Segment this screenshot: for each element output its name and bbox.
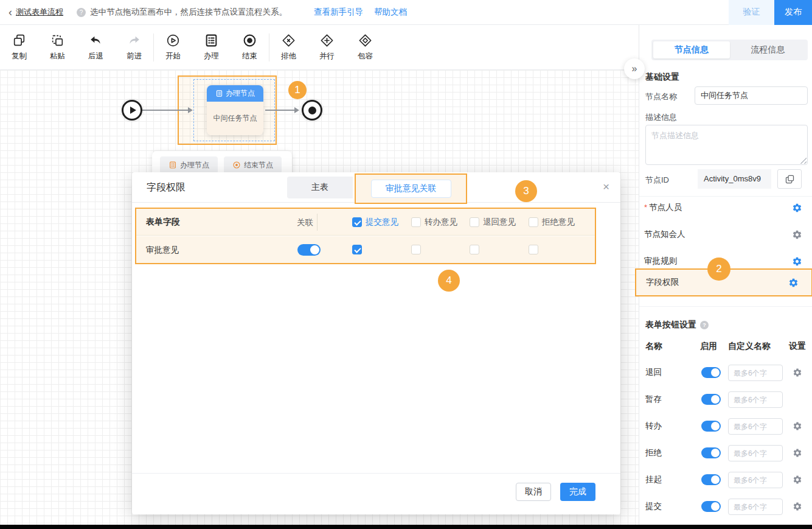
button-row-submit: 提交 <box>645 494 806 519</box>
modal-header: 字段权限 主表 审批意见关联 3 × <box>132 172 620 203</box>
ok-button[interactable]: 完成 <box>560 483 595 501</box>
enable-toggle[interactable] <box>701 421 721 432</box>
tab-approval-opinion-link[interactable]: 审批意见关联 <box>371 180 451 198</box>
col-form-field: 表单字段 <box>146 217 180 228</box>
exclusive-gateway-icon <box>281 33 296 48</box>
annotation-box-permission-table: 表单字段 关联 提交意见 转办意见 退回意见 拒绝意见 <box>135 208 596 264</box>
toolbar-paste-button[interactable]: 粘贴 <box>38 33 77 61</box>
close-icon[interactable]: × <box>603 180 609 194</box>
end-event-icon <box>232 161 241 169</box>
gear-icon[interactable] <box>792 229 802 240</box>
gear-icon[interactable] <box>792 256 802 267</box>
form-buttons-heading: 表单按钮设置? <box>645 320 709 331</box>
node-name-input[interactable] <box>695 86 808 105</box>
gear-icon[interactable] <box>793 368 802 377</box>
arrowhead-icon <box>294 107 299 113</box>
gear-icon[interactable] <box>793 475 802 485</box>
start-node[interactable] <box>122 100 142 121</box>
arrowhead-icon <box>188 107 193 113</box>
checkbox[interactable] <box>529 217 538 227</box>
toolbar-end-node-button[interactable]: 结束 <box>231 33 269 61</box>
toolbar-undo-button[interactable]: 后退 <box>77 33 115 61</box>
col-settings: 设置 <box>789 341 806 352</box>
chip-task-node[interactable]: 办理节点 <box>160 156 218 173</box>
publish-button[interactable]: 发布 <box>774 0 812 25</box>
toolbar-parallel-gateway-button[interactable]: 并行 <box>308 33 346 61</box>
validate-button[interactable]: 验证 <box>729 0 774 25</box>
permission-table-header: 表单字段 关联 提交意见 转办意见 退回意见 拒绝意见 <box>136 209 595 236</box>
custom-name-input[interactable] <box>728 499 783 515</box>
tab-flow-info[interactable]: 流程信息 <box>730 41 807 58</box>
section-node-assignee[interactable]: *节点人员 <box>644 198 802 217</box>
enable-toggle[interactable] <box>701 501 721 512</box>
checkbox[interactable] <box>411 217 421 227</box>
toolbar-copy-button[interactable]: 复制 <box>0 33 38 61</box>
copy-icon <box>785 174 795 184</box>
toolbar-label: 办理 <box>204 51 219 61</box>
copy-node-id-button[interactable] <box>777 169 802 189</box>
toolbar-redo-button[interactable]: 前进 <box>115 33 153 61</box>
tab-main-table[interactable]: 主表 <box>287 177 353 198</box>
enable-toggle[interactable] <box>701 367 721 378</box>
checkbox[interactable] <box>352 217 362 227</box>
toolbar-start-node-button[interactable]: 开始 <box>154 33 192 61</box>
custom-name-input[interactable] <box>728 445 783 461</box>
option-reject-opinion: 拒绝意见 <box>529 217 575 228</box>
option-submit-opinion: 提交意见 <box>352 217 398 228</box>
toolbar-exclusive-gateway-button[interactable]: 排他 <box>269 33 308 61</box>
help-icon: ? <box>700 321 709 329</box>
gear-icon[interactable] <box>792 203 802 213</box>
checkbox[interactable] <box>352 245 362 254</box>
checkbox[interactable] <box>529 245 538 254</box>
custom-name-input[interactable] <box>728 418 783 435</box>
association-toggle[interactable] <box>297 244 321 256</box>
checkbox[interactable] <box>470 245 479 254</box>
play-icon <box>130 107 136 114</box>
custom-name-input[interactable] <box>728 365 783 381</box>
toolbar-inclusive-gateway-button[interactable]: 包容 <box>346 33 384 61</box>
back-icon[interactable]: ‹ <box>9 7 12 18</box>
col-enabled: 启用 <box>700 341 717 352</box>
link-beginner-guide[interactable]: 查看新手引导 <box>314 7 363 18</box>
end-node[interactable] <box>302 100 322 121</box>
tab-node-info[interactable]: 节点信息 <box>653 41 730 58</box>
section-label: 节点人员 <box>649 203 682 212</box>
gear-icon[interactable] <box>793 421 802 431</box>
node-id-label: 节点ID <box>645 175 669 186</box>
divider <box>317 214 318 231</box>
button-row-reject: 拒绝 <box>645 441 806 465</box>
basic-settings-heading: 基础设置 <box>645 72 679 83</box>
topbar: ‹ 测试表单流程 ? 选中节点拖动至画布中，然后连接节点设置流程关系。 查看新手… <box>0 0 812 25</box>
enable-toggle[interactable] <box>701 474 721 485</box>
option-forward-opinion: 转办意见 <box>411 217 457 228</box>
toolbar-task-node-button[interactable]: 办理 <box>192 33 231 61</box>
gear-icon[interactable] <box>793 502 802 511</box>
button-row-return: 退回 <box>645 360 806 385</box>
required-icon: * <box>644 203 647 212</box>
checkbox[interactable] <box>470 217 479 227</box>
custom-name-input[interactable] <box>728 391 783 408</box>
enable-toggle[interactable] <box>701 394 721 405</box>
chip-end-node[interactable]: 结束节点 <box>224 156 282 173</box>
custom-name-input[interactable] <box>728 472 783 488</box>
panel-collapse-button[interactable]: » <box>624 58 645 79</box>
toolbar-label: 开始 <box>165 51 181 61</box>
cancel-button[interactable]: 取消 <box>516 483 551 501</box>
description-label: 描述信息 <box>645 112 677 123</box>
section-node-cc[interactable]: 节点知会人 <box>644 225 802 244</box>
row-field-label: 审批意见 <box>146 245 179 256</box>
enable-toggle[interactable] <box>701 447 721 458</box>
description-field-wrap <box>645 125 808 165</box>
modal-title: 字段权限 <box>147 181 186 194</box>
divider <box>639 196 812 197</box>
gear-icon[interactable] <box>788 278 799 288</box>
annotation-badge-4: 4 <box>438 270 460 292</box>
section-label: 审批规则 <box>644 256 677 267</box>
chip-label: 结束节点 <box>244 160 273 170</box>
task-node[interactable]: 办理节点 中间任务节点 <box>207 85 263 135</box>
link-help-docs[interactable]: 帮助文档 <box>374 7 407 18</box>
description-textarea[interactable] <box>645 125 808 165</box>
checkbox[interactable] <box>411 245 421 254</box>
flow-title[interactable]: 测试表单流程 <box>16 7 63 18</box>
gear-icon[interactable] <box>793 448 802 458</box>
